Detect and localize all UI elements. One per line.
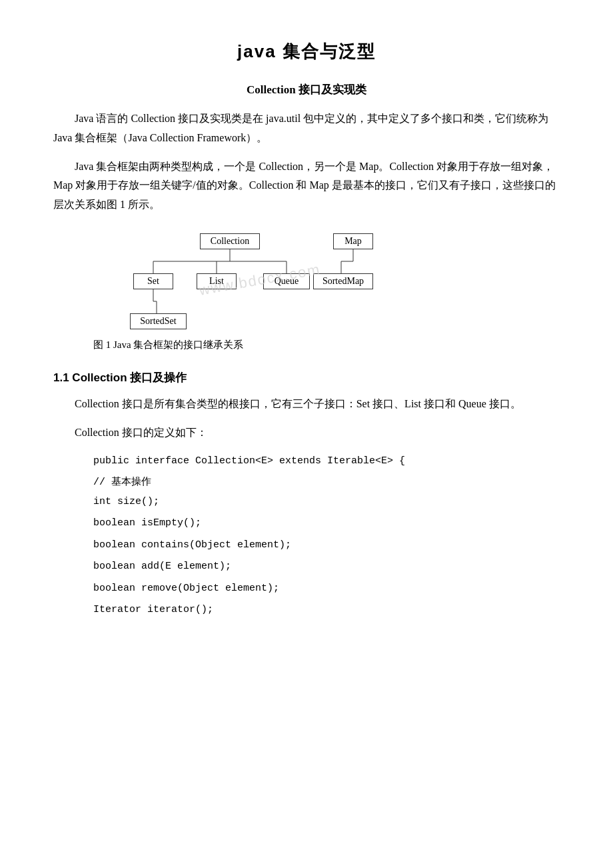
box-sortedmap: SortedMap xyxy=(313,273,373,289)
code-line-6: boolean remove(Object element); xyxy=(93,579,560,599)
code-line-3: boolean isEmpty(); xyxy=(93,514,560,533)
code-line-7: Iterator iterator(); xyxy=(93,601,560,620)
box-set: Set xyxy=(133,273,173,289)
code-line-1: // 基本操作 xyxy=(93,473,560,493)
diagram-wrapper: Collection Map Set List Queue SortedMap … xyxy=(93,227,426,333)
section2-para1: Collection 接口是所有集合类型的根接口，它有三个子接口：Set 接口、… xyxy=(53,395,560,414)
code-block: public interface Collection<E> extends I… xyxy=(53,452,560,620)
section2-title: 1.1 Collection 接口及操作 xyxy=(53,370,560,385)
box-queue: Queue xyxy=(263,273,310,289)
box-list: List xyxy=(197,273,237,289)
section1-para2: Java 集合框架由两种类型构成，一个是 Collection，另一个是 Map… xyxy=(53,157,560,215)
code-line-0: public interface Collection<E> extends I… xyxy=(93,452,560,471)
page-container: java 集合与泛型 Collection 接口及实现类 Java 语言的 Co… xyxy=(0,0,613,663)
section2-para2: Collection 接口的定义如下： xyxy=(53,423,560,443)
code-line-4: boolean contains(Object element); xyxy=(93,536,560,555)
diagram-caption: 图 1 Java 集合框架的接口继承关系 xyxy=(93,339,243,351)
code-line-5: boolean add(E element); xyxy=(93,557,560,577)
box-sortedset: SortedSet xyxy=(130,313,187,329)
code-line-2: int size(); xyxy=(93,493,560,512)
section1-title: Collection 接口及实现类 xyxy=(53,82,560,97)
box-map: Map xyxy=(333,233,373,249)
diagram-container: Collection Map Set List Queue SortedMap … xyxy=(93,227,560,363)
section1-para1: Java 语言的 Collection 接口及实现类是在 java.util 包… xyxy=(53,109,560,148)
main-title: java 集合与泛型 xyxy=(53,40,560,63)
box-collection: Collection xyxy=(200,233,260,249)
